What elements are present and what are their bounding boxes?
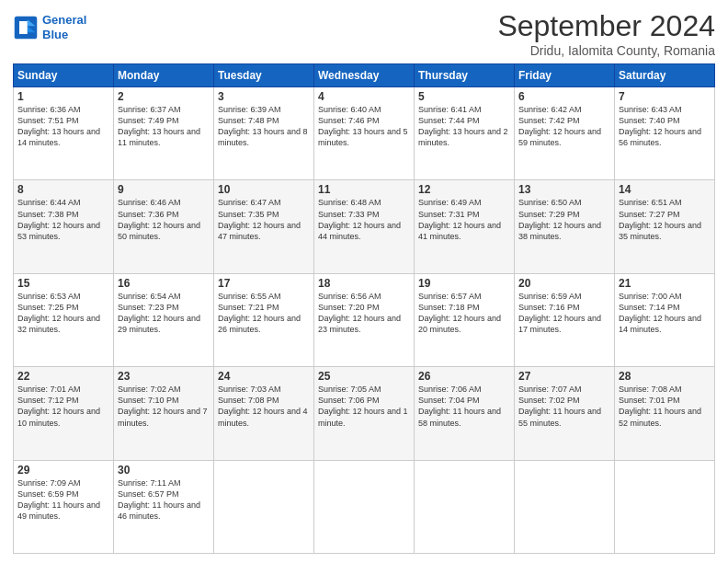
svg-marker-3 (19, 21, 28, 34)
calendar-cell: 27Sunrise: 7:07 AM Sunset: 7:02 PM Dayli… (515, 367, 615, 460)
day-info: Sunrise: 7:02 AM Sunset: 7:10 PM Dayligh… (118, 384, 210, 429)
day-number: 13 (518, 183, 610, 196)
day-number: 27 (518, 370, 610, 383)
day-number: 6 (518, 90, 610, 103)
day-number: 22 (17, 370, 109, 383)
day-number: 11 (318, 183, 410, 196)
weekday-header: Tuesday (214, 64, 314, 87)
day-info: Sunrise: 6:41 AM Sunset: 7:44 PM Dayligh… (418, 104, 510, 149)
day-number: 18 (318, 277, 410, 290)
calendar-cell (415, 460, 515, 553)
calendar-cell: 5Sunrise: 6:41 AM Sunset: 7:44 PM Daylig… (415, 87, 515, 180)
title-block: September 2024 Dridu, Ialomita County, R… (497, 9, 715, 58)
day-number: 12 (418, 183, 510, 196)
day-info: Sunrise: 6:48 AM Sunset: 7:33 PM Dayligh… (318, 197, 410, 242)
day-info: Sunrise: 6:57 AM Sunset: 7:18 PM Dayligh… (418, 291, 510, 336)
day-info: Sunrise: 6:56 AM Sunset: 7:20 PM Dayligh… (318, 291, 410, 336)
day-number: 26 (418, 370, 510, 383)
calendar-cell: 19Sunrise: 6:57 AM Sunset: 7:18 PM Dayli… (415, 273, 515, 366)
calendar-cell: 10Sunrise: 6:47 AM Sunset: 7:35 PM Dayli… (214, 180, 314, 273)
month-title: September 2024 (497, 9, 715, 43)
day-info: Sunrise: 7:01 AM Sunset: 7:12 PM Dayligh… (17, 384, 109, 429)
calendar-cell: 3Sunrise: 6:39 AM Sunset: 7:48 PM Daylig… (214, 87, 314, 180)
day-number: 20 (518, 277, 610, 290)
header: General Blue September 2024 Dridu, Ialom… (13, 9, 715, 58)
day-info: Sunrise: 7:00 AM Sunset: 7:14 PM Dayligh… (619, 291, 711, 336)
calendar-cell: 7Sunrise: 6:43 AM Sunset: 7:40 PM Daylig… (615, 87, 715, 180)
calendar-week-row: 22Sunrise: 7:01 AM Sunset: 7:12 PM Dayli… (14, 367, 715, 460)
day-info: Sunrise: 7:06 AM Sunset: 7:04 PM Dayligh… (418, 384, 510, 429)
day-number: 8 (17, 183, 109, 196)
day-number: 16 (118, 277, 210, 290)
calendar-cell: 23Sunrise: 7:02 AM Sunset: 7:10 PM Dayli… (114, 367, 214, 460)
weekday-header: Thursday (415, 64, 515, 87)
day-number: 29 (17, 464, 109, 477)
day-info: Sunrise: 6:47 AM Sunset: 7:35 PM Dayligh… (218, 197, 310, 242)
day-info: Sunrise: 6:43 AM Sunset: 7:40 PM Dayligh… (619, 104, 711, 149)
day-number: 19 (418, 277, 510, 290)
day-info: Sunrise: 7:11 AM Sunset: 6:57 PM Dayligh… (118, 477, 210, 523)
calendar-cell: 13Sunrise: 6:50 AM Sunset: 7:29 PM Dayli… (515, 180, 615, 273)
calendar-cell (214, 460, 314, 553)
logo-icon (13, 15, 39, 40)
calendar-cell: 24Sunrise: 7:03 AM Sunset: 7:08 PM Dayli… (214, 367, 314, 460)
calendar-cell: 22Sunrise: 7:01 AM Sunset: 7:12 PM Dayli… (14, 367, 114, 460)
day-number: 30 (118, 464, 210, 477)
day-info: Sunrise: 6:55 AM Sunset: 7:21 PM Dayligh… (218, 291, 310, 336)
day-number: 3 (218, 90, 310, 103)
day-info: Sunrise: 6:49 AM Sunset: 7:31 PM Dayligh… (418, 197, 510, 242)
day-number: 15 (17, 277, 109, 290)
day-info: Sunrise: 6:42 AM Sunset: 7:42 PM Dayligh… (518, 104, 610, 149)
calendar-week-row: 15Sunrise: 6:53 AM Sunset: 7:25 PM Dayli… (14, 273, 715, 366)
calendar-cell: 9Sunrise: 6:46 AM Sunset: 7:36 PM Daylig… (114, 180, 214, 273)
day-number: 10 (218, 183, 310, 196)
day-number: 9 (118, 183, 210, 196)
calendar-cell: 6Sunrise: 6:42 AM Sunset: 7:42 PM Daylig… (515, 87, 615, 180)
calendar-cell: 26Sunrise: 7:06 AM Sunset: 7:04 PM Dayli… (415, 367, 515, 460)
day-info: Sunrise: 6:36 AM Sunset: 7:51 PM Dayligh… (17, 104, 109, 149)
day-info: Sunrise: 7:05 AM Sunset: 7:06 PM Dayligh… (318, 384, 410, 429)
weekday-header: Wednesday (314, 64, 415, 87)
day-info: Sunrise: 6:40 AM Sunset: 7:46 PM Dayligh… (318, 104, 410, 149)
calendar-cell: 11Sunrise: 6:48 AM Sunset: 7:33 PM Dayli… (314, 180, 415, 273)
calendar-cell: 25Sunrise: 7:05 AM Sunset: 7:06 PM Dayli… (314, 367, 415, 460)
day-info: Sunrise: 6:39 AM Sunset: 7:48 PM Dayligh… (218, 104, 310, 149)
logo-text: General Blue (42, 13, 86, 41)
weekday-header: Friday (515, 64, 615, 87)
page: General Blue September 2024 Dridu, Ialom… (0, 0, 728, 563)
day-number: 5 (418, 90, 510, 103)
day-info: Sunrise: 6:54 AM Sunset: 7:23 PM Dayligh… (118, 291, 210, 336)
day-info: Sunrise: 6:53 AM Sunset: 7:25 PM Dayligh… (17, 291, 109, 336)
day-number: 25 (318, 370, 410, 383)
calendar-cell: 16Sunrise: 6:54 AM Sunset: 7:23 PM Dayli… (114, 273, 214, 366)
day-number: 14 (619, 183, 711, 196)
calendar-cell: 1Sunrise: 6:36 AM Sunset: 7:51 PM Daylig… (14, 87, 114, 180)
day-info: Sunrise: 7:09 AM Sunset: 6:59 PM Dayligh… (17, 477, 109, 523)
day-number: 2 (118, 90, 210, 103)
day-info: Sunrise: 6:59 AM Sunset: 7:16 PM Dayligh… (518, 291, 610, 336)
calendar-cell: 30Sunrise: 7:11 AM Sunset: 6:57 PM Dayli… (114, 460, 214, 553)
day-number: 28 (619, 370, 711, 383)
calendar-cell: 29Sunrise: 7:09 AM Sunset: 6:59 PM Dayli… (14, 460, 114, 553)
day-number: 24 (218, 370, 310, 383)
weekday-header: Sunday (14, 64, 114, 87)
calendar-week-row: 1Sunrise: 6:36 AM Sunset: 7:51 PM Daylig… (14, 87, 715, 180)
calendar-cell: 17Sunrise: 6:55 AM Sunset: 7:21 PM Dayli… (214, 273, 314, 366)
calendar-cell: 20Sunrise: 6:59 AM Sunset: 7:16 PM Dayli… (515, 273, 615, 366)
calendar-cell: 12Sunrise: 6:49 AM Sunset: 7:31 PM Dayli… (415, 180, 515, 273)
day-number: 23 (118, 370, 210, 383)
calendar-cell: 28Sunrise: 7:08 AM Sunset: 7:01 PM Dayli… (615, 367, 715, 460)
day-info: Sunrise: 7:03 AM Sunset: 7:08 PM Dayligh… (218, 384, 310, 429)
day-info: Sunrise: 6:46 AM Sunset: 7:36 PM Dayligh… (118, 197, 210, 242)
day-info: Sunrise: 6:44 AM Sunset: 7:38 PM Dayligh… (17, 197, 109, 242)
day-number: 1 (17, 90, 109, 103)
calendar-header-row: SundayMondayTuesdayWednesdayThursdayFrid… (14, 64, 715, 87)
day-info: Sunrise: 6:51 AM Sunset: 7:27 PM Dayligh… (619, 197, 711, 242)
weekday-header: Monday (114, 64, 214, 87)
calendar-cell: 21Sunrise: 7:00 AM Sunset: 7:14 PM Dayli… (615, 273, 715, 366)
calendar-cell: 15Sunrise: 6:53 AM Sunset: 7:25 PM Dayli… (14, 273, 114, 366)
day-info: Sunrise: 7:07 AM Sunset: 7:02 PM Dayligh… (518, 384, 610, 429)
location-title: Dridu, Ialomita County, Romania (497, 43, 715, 58)
logo: General Blue (13, 13, 86, 41)
day-number: 4 (318, 90, 410, 103)
